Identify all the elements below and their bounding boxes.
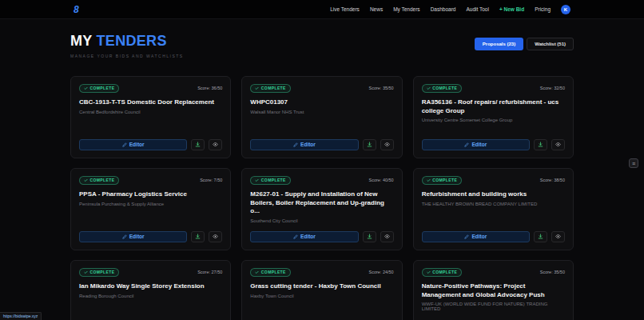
status-badge: COMPLETE [79, 268, 119, 277]
nav-live-tenders[interactable]: Live Tenders [330, 6, 360, 12]
editor-button[interactable]: Editor [250, 231, 358, 242]
new-bid-link[interactable]: + New Bid [499, 6, 524, 12]
status-badge: COMPLETE [422, 268, 462, 277]
tender-card: COMPLETE Score: 35/50 Nature-Positive Pa… [413, 260, 574, 320]
download-icon [195, 234, 201, 239]
nav-audit-tool[interactable]: Audit Tool [466, 6, 488, 12]
tender-organisation: Reading Borough Council [79, 294, 222, 298]
editor-button-label: Editor [471, 142, 487, 147]
browser-status-url: https://bidswipe.xyz [0, 312, 42, 320]
pencil-icon [293, 142, 298, 147]
tab-proposals[interactable]: Proposals (23) [475, 38, 523, 50]
editor-button-label: Editor [129, 142, 145, 147]
editor-button[interactable]: Editor [422, 231, 530, 242]
card-header: COMPLETE Score: 24/50 [250, 268, 393, 277]
page-title-prefix: MY [70, 33, 97, 49]
status-label: COMPLETE [261, 270, 286, 274]
card-actions: Editor [79, 139, 222, 150]
eye-icon [555, 234, 561, 239]
check-icon [255, 178, 259, 182]
nav-links: Live Tenders News My Tenders Dashboard A… [330, 5, 570, 14]
score-label: Score: 27/50 [197, 270, 222, 274]
download-icon [195, 142, 201, 147]
status-badge: COMPLETE [422, 84, 462, 93]
view-button[interactable] [209, 231, 222, 242]
tender-title: Refurbishment and building works [422, 190, 565, 199]
status-badge: COMPLETE [79, 84, 119, 93]
editor-button[interactable]: Editor [79, 231, 187, 242]
download-button[interactable] [534, 231, 547, 242]
status-label: COMPLETE [432, 270, 457, 274]
nav-my-tenders[interactable]: My Tenders [393, 6, 419, 12]
tender-organisation: Walsall Manor NHS Trust [250, 110, 393, 114]
card-actions: Editor [422, 231, 565, 242]
view-button[interactable] [380, 231, 394, 242]
pencil-icon [293, 234, 298, 239]
card-header: COMPLETE Score: 35/50 [250, 84, 393, 93]
status-badge: COMPLETE [79, 176, 119, 185]
eye-icon [384, 234, 390, 239]
tender-card: COMPLETE Score: 38/50 Refurbishment and … [413, 168, 574, 250]
status-label: COMPLETE [90, 86, 115, 90]
nav-news[interactable]: News [370, 6, 383, 12]
page-header: MY TENDERS MANAGE YOUR BIDS AND WATCHLIS… [70, 34, 574, 58]
editor-button[interactable]: Editor [250, 139, 358, 150]
tender-title: Ian Mikardo Way Single Storey Extension [79, 282, 222, 291]
view-button[interactable] [551, 139, 565, 150]
score-label: Score: 38/50 [540, 178, 565, 182]
status-label: COMPLETE [90, 178, 115, 182]
tender-organisation: THE HEALTHY BROWN BREAD COMPANY LIMITED [422, 202, 565, 206]
card-header: COMPLETE Score: 38/50 [422, 176, 565, 185]
editor-button[interactable]: Editor [79, 139, 187, 150]
download-icon [538, 234, 543, 239]
tender-organisation: University Centre Somerset College Group [422, 118, 565, 122]
tab-watchlist[interactable]: Watchlist (51) [527, 38, 574, 50]
status-label: COMPLETE [261, 86, 286, 90]
status-badge: COMPLETE [422, 176, 462, 185]
eye-icon [213, 142, 218, 147]
view-button[interactable] [380, 139, 394, 150]
side-widget-button[interactable]: ≡ [629, 158, 638, 168]
pencil-icon [464, 234, 469, 239]
check-icon [427, 178, 431, 182]
card-header: COMPLETE Score: 32/50 [422, 84, 565, 93]
download-button[interactable] [363, 231, 376, 242]
nav-pricing[interactable]: Pricing [535, 6, 551, 12]
menu-lines-icon: ≡ [632, 161, 635, 166]
tender-card: COMPLETE Score: 35/50 WHPC01307 Walsall … [241, 76, 402, 158]
tender-title: PPSA - Pharmacy Logistics Service [79, 190, 222, 199]
score-label: Score: 35/50 [540, 270, 565, 274]
view-button[interactable] [209, 139, 222, 150]
status-badge: COMPLETE [250, 268, 290, 277]
tender-title: RA356136 - Roof repairs/ refurbishment -… [422, 98, 565, 116]
user-avatar[interactable]: K [561, 5, 570, 14]
editor-button[interactable]: Editor [422, 139, 530, 150]
card-header: COMPLETE Score: 40/50 [250, 176, 393, 185]
eye-icon [555, 142, 561, 147]
card-header: COMPLETE Score: 7/50 [79, 176, 222, 185]
score-label: Score: 24/50 [368, 270, 393, 274]
score-label: Score: 32/50 [540, 86, 565, 90]
card-actions: Editor [422, 139, 565, 150]
download-icon [367, 234, 372, 239]
check-icon [84, 86, 88, 90]
download-button[interactable] [534, 139, 547, 150]
view-button[interactable] [551, 231, 565, 242]
tender-title: Nature-Positive Pathways: Project Manage… [422, 282, 565, 300]
card-header: COMPLETE Score: 27/50 [79, 268, 222, 277]
app-logo[interactable]: 8 [74, 5, 79, 14]
status-label: COMPLETE [432, 178, 457, 182]
status-label: COMPLETE [432, 86, 457, 90]
main-content: MY TENDERS MANAGE YOUR BIDS AND WATCHLIS… [0, 19, 644, 320]
tender-card: COMPLETE Score: 7/50 PPSA - Pharmacy Log… [70, 168, 231, 250]
view-tabs: Proposals (23) Watchlist (51) [475, 38, 574, 50]
check-icon [84, 270, 88, 274]
card-header: COMPLETE Score: 35/50 [422, 268, 565, 277]
download-icon [367, 142, 372, 147]
download-button[interactable] [191, 231, 205, 242]
check-icon [84, 178, 88, 182]
download-button[interactable] [191, 139, 205, 150]
pencil-icon [122, 142, 127, 147]
nav-dashboard[interactable]: Dashboard [431, 6, 456, 12]
download-button[interactable] [363, 139, 376, 150]
